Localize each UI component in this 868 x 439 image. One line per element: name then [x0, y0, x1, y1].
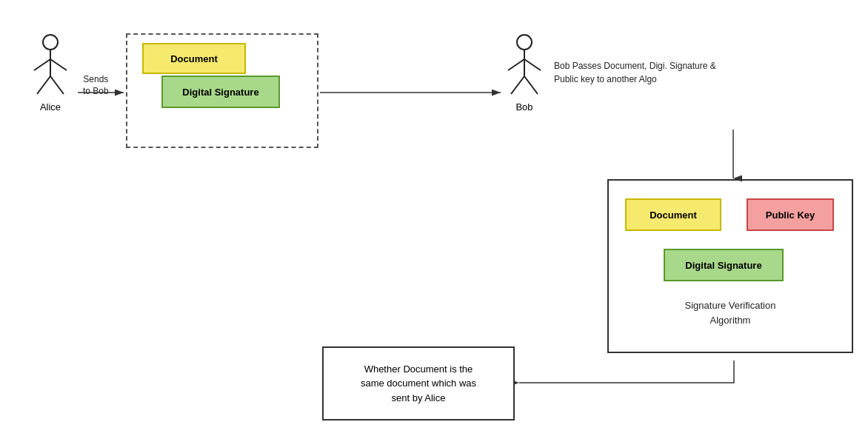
bob-passes-label: Bob Passes Document, Digi. Signature & P… [554, 59, 732, 86]
digital-signature-box-1: Digital Signature [161, 76, 280, 108]
arrow-alice-to-box [78, 87, 130, 98]
bob-svg [502, 33, 547, 100]
document-box-1: Document [142, 43, 246, 74]
document-box-2: Document [625, 198, 721, 231]
svg-line-14 [511, 76, 524, 94]
svg-line-12 [508, 59, 524, 70]
sig-algo-label: Signature Verification Algorithm [607, 298, 853, 327]
bob-figure: Bob [502, 33, 547, 113]
public-key-box: Public Key [747, 198, 834, 231]
svg-point-10 [517, 35, 532, 50]
arrow-bob-to-algo [728, 130, 738, 183]
svg-line-3 [50, 59, 67, 70]
alice-label: Alice [40, 101, 61, 113]
alice-svg [28, 33, 73, 100]
arrow-box-to-bob [320, 87, 507, 98]
diagram: Alice Sends to Bob Document Digital Sign… [0, 0, 868, 439]
svg-line-13 [524, 59, 541, 70]
svg-point-0 [43, 35, 58, 50]
arrow-algo-to-result [513, 353, 735, 389]
svg-line-2 [34, 59, 50, 70]
svg-line-15 [524, 76, 538, 94]
svg-line-5 [50, 76, 64, 94]
digital-signature-box-2: Digital Signature [664, 249, 784, 281]
result-box: Whether Document is thesame document whi… [322, 346, 515, 420]
svg-line-4 [37, 76, 50, 94]
bob-label: Bob [515, 101, 533, 113]
alice-figure: Alice [28, 33, 73, 113]
